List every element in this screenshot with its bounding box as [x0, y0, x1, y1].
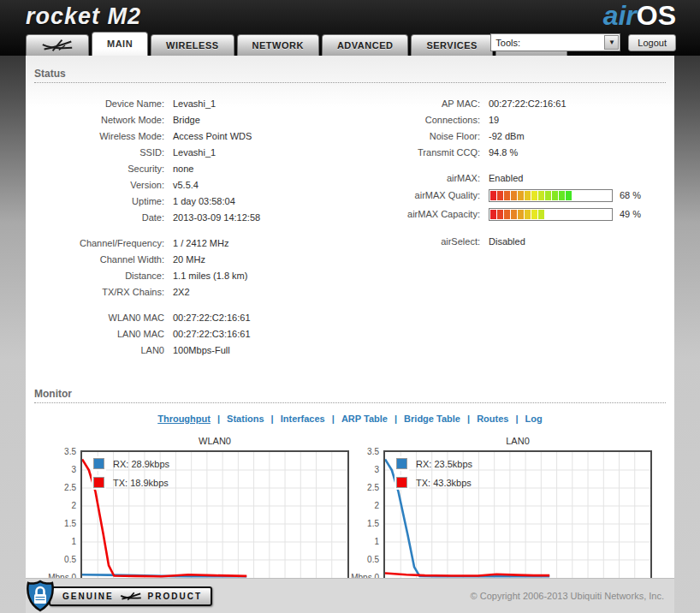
product-model: M2 [108, 3, 142, 29]
status-value: 1 day 03:58:04 [173, 196, 235, 206]
meter-segment [497, 191, 503, 200]
legend-row: RX: 28.9kbps [93, 458, 169, 469]
status-row: Transmit CCQ:94.8 % [350, 144, 666, 160]
legend-label: TX: 43.3kbps [416, 478, 472, 488]
legend-label: TX: 18.9kbps [113, 478, 169, 488]
ubiquiti-antenna-icon [41, 39, 74, 52]
legend-row: RX: 23.5kbps [396, 458, 472, 469]
meter-segment [490, 210, 496, 219]
status-value: 100Mbps-Full [173, 345, 230, 355]
status-group: airMAX:EnabledairMAX Quality:68 %airMAX … [350, 170, 666, 223]
chart-body: 3.532.521.510.5Mbps 0RX: 23.5kbpsTX: 43.… [351, 450, 652, 580]
status-label: airMAX: [350, 173, 489, 183]
status-label: Security: [34, 164, 173, 174]
meter-segment [504, 210, 510, 219]
status-label: airMAX Capacity: [350, 209, 489, 219]
airmax-quality-meter [489, 189, 613, 202]
chevron-down-icon[interactable]: ▼ [604, 35, 619, 50]
meter-segment [497, 210, 503, 219]
monitor-link-stations[interactable]: Stations [227, 414, 264, 424]
genuine-product-bar: GENUINE PRODUCT [49, 586, 212, 606]
status-row: LAN0100Mbps-Full [34, 342, 350, 358]
status-label: WLAN0 MAC [34, 312, 173, 323]
status-row: Wireless Mode:Access Point WDS [34, 128, 350, 144]
link-separator: | [329, 414, 337, 424]
link-separator: | [392, 414, 400, 424]
status-label: airMAX Quality: [350, 190, 489, 200]
badge-word-product: PRODUCT [148, 592, 202, 601]
throughput-charts-row: WLAN03.532.521.510.5Mbps 0RX: 28.9kbpsTX… [34, 427, 666, 580]
main-nav-tabbar: MAINWIRELESSNETWORKADVANCEDSERVICESSYSTE… [26, 32, 570, 56]
status-section: Status Device Name:Levashi_1Network Mode… [26, 56, 674, 376]
monitor-link-routes[interactable]: Routes [477, 414, 508, 424]
tab-wireless[interactable]: WIRELESS [151, 34, 234, 56]
tab-main[interactable]: MAIN [92, 32, 148, 56]
rx-legend-swatch [93, 458, 104, 469]
meter-segment [531, 191, 537, 200]
y-tick-label: 1 [71, 537, 76, 546]
tab-services[interactable]: SERVICES [411, 34, 492, 56]
status-row: airMAX:Enabled [350, 170, 666, 186]
monitor-link-throughput[interactable]: Throughput [157, 414, 211, 424]
status-label: Uptime: [34, 196, 173, 206]
status-value: 1.1 miles (1.8 km) [173, 271, 247, 281]
status-row: Version:v5.5.4 [34, 176, 350, 193]
y-tick-label: 2.5 [367, 483, 379, 492]
y-tick-label: 2 [71, 501, 76, 510]
status-label: Channel Width: [34, 254, 173, 265]
tab-ubiquiti-logo[interactable] [26, 34, 89, 56]
status-row: Channel/Frequency:1 / 2412 MHz [34, 235, 350, 251]
status-label: TX/RX Chains: [34, 287, 173, 297]
status-row: AP MAC:00:27:22:C2:16:61 [350, 95, 666, 111]
meter-segment [525, 210, 531, 219]
monitor-section: Monitor Throughput | Stations | Interfac… [26, 376, 674, 580]
monitor-link-log[interactable]: Log [525, 414, 543, 424]
status-row: Channel Width:20 MHz [34, 251, 350, 267]
monitor-link-bridge-table[interactable]: Bridge Table [404, 414, 460, 424]
status-group: WLAN0 MAC00:27:22:C2:16:61LAN0 MAC00:27:… [34, 309, 350, 358]
airmax-capacity-meter [489, 208, 613, 221]
legend-label: RX: 28.9kbps [113, 459, 169, 469]
status-label: Noise Floor: [350, 131, 489, 141]
meter-segment [525, 191, 531, 200]
shield-lock-icon [26, 580, 55, 612]
monitor-link-interfaces[interactable]: Interfaces [281, 414, 325, 424]
content-area: Status Device Name:Levashi_1Network Mode… [26, 56, 674, 578]
status-row: airMAX Quality:68 % [350, 186, 666, 205]
logout-button[interactable]: Logout [628, 34, 676, 51]
rocket-m2-logo: rocket M2 [26, 3, 141, 30]
monitor-link-arp-table[interactable]: ARP Table [341, 414, 388, 424]
meter-segment [518, 210, 524, 219]
link-separator: | [465, 414, 472, 424]
monitor-section-title: Monitor [34, 376, 666, 403]
status-value: Levashi_1 [173, 147, 216, 158]
status-section-title: Status [34, 56, 666, 83]
status-label: SSID: [34, 147, 173, 158]
status-value: 20 MHz [173, 254, 205, 265]
tab-advanced[interactable]: ADVANCED [322, 34, 409, 56]
tools-select[interactable]: Tools: ▼ [490, 33, 620, 51]
meter-segment [490, 191, 496, 200]
tab-network[interactable]: NETWORK [237, 34, 319, 56]
status-label: Version: [34, 180, 173, 190]
status-label: Connections: [350, 115, 489, 125]
airos-logo: airOS [603, 0, 676, 32]
status-row: LAN0 MAC00:27:22:C3:16:61 [34, 325, 350, 342]
status-value: none [173, 164, 193, 174]
status-label: LAN0 MAC [34, 329, 173, 339]
status-value: 1 / 2412 MHz [173, 238, 228, 248]
throughput-chart-lan0: LAN03.532.521.510.5Mbps 0RX: 23.5kbpsTX:… [351, 431, 652, 580]
status-value: 49 % [620, 209, 641, 219]
chart-legend: RX: 23.5kbpsTX: 43.3kbps [396, 458, 472, 496]
status-right-column: AP MAC:00:27:22:C2:16:61Connections:19No… [350, 95, 666, 367]
plot-area: RX: 28.9kbpsTX: 18.9kbps [80, 450, 349, 580]
status-label: Date: [34, 212, 173, 223]
monitor-links: Throughput | Stations | Interfaces | ARP… [34, 403, 666, 427]
status-value: Levashi_1 [173, 98, 216, 109]
tx-legend-swatch [93, 477, 104, 488]
plot-area: RX: 23.5kbpsTX: 43.3kbps [383, 450, 652, 580]
status-value: 94.8 % [489, 147, 518, 158]
status-row: Date:2013-03-09 14:12:58 [34, 209, 350, 225]
status-label: Wireless Mode: [34, 131, 173, 141]
meter-segment [538, 191, 544, 200]
